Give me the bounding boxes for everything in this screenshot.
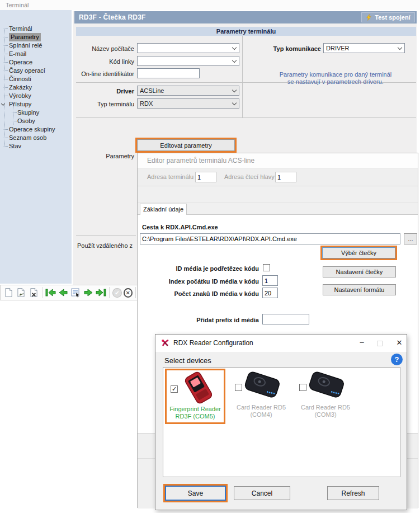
device-label-line2: RD3F (COM5) (164, 413, 226, 420)
save-button[interactable]: Save (165, 486, 226, 501)
editor-dialog-titlebar: Editor parametrů terminálu ACS-line (138, 153, 418, 168)
sidebar-item-stav[interactable]: Stav (0, 142, 72, 150)
browse-button[interactable]: ... (404, 233, 417, 244)
substring-label: ID média je podřetězec kódu (138, 265, 259, 272)
sidebar-item-label: Operace skupiny (9, 125, 55, 134)
exe-path-input[interactable] (140, 233, 400, 244)
reader-select-button[interactable]: Výběr čtečky (322, 247, 395, 258)
sidebar-item-operace[interactable]: Operace (0, 58, 72, 67)
sidebar-item-osoby[interactable]: Osoby (0, 117, 72, 125)
chevron-down-icon (232, 45, 237, 50)
tree-branch-line (3, 37, 8, 37)
head-address-input[interactable] (275, 172, 296, 182)
sidebar-item-p-stupy[interactable]: Přístupy (0, 100, 72, 109)
communication-type-value: DRIVER (326, 45, 394, 51)
sidebar-item-seznam-osob[interactable]: Seznam osob (0, 134, 72, 142)
tree-branch-line (3, 87, 8, 88)
sidebar-item-skupiny[interactable]: Skupiny (0, 109, 72, 117)
sidebar-item--asy-operac-[interactable]: Časy operací (0, 67, 72, 75)
editor-dialog-title: Editor parametrů terminálu ACS-line (147, 157, 254, 164)
sidebar-item-label: Terminál (9, 25, 32, 33)
format-settings-button[interactable]: Nastavení formátu (323, 284, 396, 295)
hint-line-2: se nastavují v parametrech driveru. (254, 78, 417, 86)
tree-branch-line (12, 121, 17, 121)
device-label-line2: (COM3) (293, 411, 358, 418)
prefix-label: Přidat prefix id média (138, 317, 259, 323)
sidebar-item--innosti[interactable]: Činnosti (0, 75, 72, 83)
cancel-icon[interactable]: ✕ (124, 288, 133, 298)
communication-type-label: Typ komunikace (243, 45, 321, 52)
device-item-2[interactable]: Card Reader RD5(COM4) (231, 369, 291, 424)
device-item-3[interactable]: Card Reader RD5(COM3) (295, 369, 356, 424)
sidebar-item-e-mail[interactable]: E-mail (0, 50, 72, 58)
expander-chevron-icon[interactable] (1, 102, 5, 106)
index-input[interactable] (262, 275, 278, 286)
refresh-list-icon[interactable] (70, 287, 81, 298)
first-record-icon[interactable] (45, 287, 56, 298)
sidebar-item-parametry[interactable]: Parametry (0, 33, 72, 41)
next-record-icon[interactable] (83, 287, 93, 298)
terminal-type-combobox[interactable]: RDX (137, 98, 239, 109)
record-title: RD3F - Čtečka RD3F (79, 13, 146, 21)
post-record-icon[interactable] (16, 287, 26, 298)
sidebar-item-v-robky[interactable]: Výrobky (0, 92, 72, 100)
tree-branch-line (3, 138, 8, 138)
tree-branch-line (3, 45, 8, 46)
help-icon[interactable]: ? (391, 354, 403, 365)
sidebar-item-operace-skupiny[interactable]: Operace skupiny (0, 125, 72, 134)
reader-select-highlight: Výběr čtečky (320, 246, 397, 260)
rdx-app-icon (161, 339, 169, 347)
rdx-dialog-title: RDX Reader Configuration (173, 339, 253, 347)
char-count-input[interactable] (262, 288, 278, 298)
head-address-label: Adresa čtecí hlavy (224, 173, 275, 180)
minimize-icon[interactable]: – (357, 338, 366, 346)
tab-basic-data[interactable]: Základní údaje (140, 204, 187, 215)
sidebar-item-label: Činnosti (9, 75, 31, 83)
window-title-strip: Terminál (0, 0, 420, 10)
reader-settings-button[interactable]: Nastavení čtečky (323, 266, 396, 277)
line-code-combobox[interactable] (137, 56, 239, 66)
edit-params-button[interactable]: Editovat parametry (137, 139, 235, 151)
test-connection-button[interactable]: Test spojení (361, 12, 415, 22)
rdx-config-dialog: RDX Reader Configuration – ✕ Select devi… (155, 334, 407, 510)
close-icon[interactable]: ✕ (395, 338, 404, 347)
driver-label: Driver (73, 88, 134, 95)
tree-branch-line (3, 54, 8, 54)
chevron-down-icon (398, 45, 402, 50)
prefix-input[interactable] (262, 314, 309, 324)
sidebar-item-sp-n-n-rel-[interactable]: Spínání relé (0, 41, 72, 50)
online-id-input[interactable] (137, 68, 200, 78)
computer-name-combobox[interactable] (137, 43, 239, 53)
terminal-type-value: RDX (140, 100, 229, 107)
rdx-titlebar[interactable]: RDX Reader Configuration – ✕ (155, 335, 407, 352)
sidebar-item-label: Spínání relé (9, 41, 42, 50)
driver-combobox[interactable]: ACSLine (137, 86, 239, 96)
sidebar-item-label: Skupiny (17, 109, 39, 117)
line-code-label: Kód linky (73, 58, 134, 65)
exe-path-label: Cesta k RDX.API.Cmd.exe (142, 224, 282, 230)
last-record-icon[interactable] (95, 287, 106, 298)
sidebar-item-termin-l[interactable]: Terminál (0, 25, 72, 33)
refresh-button[interactable]: Refresh (327, 486, 379, 500)
device-list: ✓Fingerprint ReaderRD3F (COM5)Card Reade… (163, 367, 400, 477)
confirm-icon[interactable]: ✔ (112, 288, 121, 298)
section-title: Parametry terminálu (76, 27, 416, 36)
sidebar-item-zak-zky[interactable]: Zakázky (0, 83, 72, 92)
driver-value: ACSLine (140, 87, 229, 94)
terminal-address-input[interactable] (195, 172, 216, 182)
record-header: RD3F - Čtečka RD3F Test spojení (74, 11, 417, 23)
delete-record-icon[interactable] (28, 287, 39, 298)
substring-checkbox[interactable] (263, 264, 270, 271)
prior-record-icon[interactable] (58, 287, 69, 298)
tree-branch-line (12, 112, 17, 113)
sidebar-item-label: Seznam osob (9, 134, 46, 142)
record-toolbar: ✔ ✕ (0, 285, 138, 300)
save-highlight: Save (163, 484, 228, 502)
cancel-button[interactable]: Cancel (234, 486, 290, 500)
communication-type-combobox[interactable]: DRIVER (323, 43, 405, 53)
edit-params-highlight: Editovat parametry (135, 138, 237, 153)
new-record-icon[interactable] (3, 287, 14, 298)
test-connection-label: Test spojení (375, 14, 410, 21)
device-item-1[interactable]: ✓Fingerprint ReaderRD3F (COM5) (165, 369, 225, 424)
sidebar-item-label: Zakázky (9, 83, 32, 92)
